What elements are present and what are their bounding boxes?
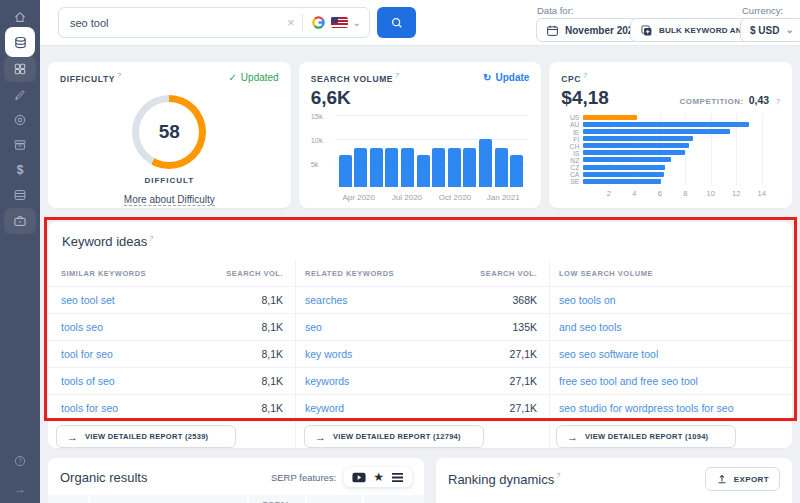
sidebar-item-database[interactable] [0,182,40,208]
search-input[interactable] [59,17,287,29]
volume-bar [385,148,398,187]
cpc-bar [583,115,636,120]
volume-bar [354,148,367,187]
related-keyword-link[interactable]: seo [295,321,465,333]
volume-bar [370,148,383,187]
volume-x-labels: Apr 2020Jul 2020Oct 2020Jan 2021 [335,189,528,202]
low-search-volume-link[interactable]: and seo tools [549,321,792,333]
search-vol-value: 8,1K [208,375,295,387]
similar-keyword-link[interactable]: seo tool set [48,294,208,306]
updated-status: ✓Updated [228,72,278,83]
search-vol-value: 27,1K [465,348,549,360]
sidebar-collapse[interactable]: → [0,476,40,502]
related-keyword-link[interactable]: key words [295,348,465,360]
col-search-vol-2: SEARCH VOL. [465,269,549,278]
calendar-icon [546,24,559,37]
col-search-vol-1: SEARCH VOL. [208,269,295,278]
volume-bar [417,155,430,187]
sidebar-item-target[interactable] [0,107,40,133]
cpc-card: CPC? $4,18 COMPETITION: 0,43 ? USAUIEFIC… [549,62,792,208]
volume-bar [401,148,414,187]
x-axis-label: 12 [732,189,740,198]
export-button[interactable]: EXPORT [705,467,780,491]
more-about-difficulty-link[interactable]: More about Difficulty [124,194,215,206]
volume-bars [335,115,528,187]
volume-bar [463,148,476,187]
refresh-icon: ↻ [483,72,491,83]
similar-keyword-link[interactable]: tools for seo [48,402,208,414]
currency-label: Currency: [742,5,783,16]
low-search-volume-link[interactable]: seo studio for wordpress tools for seo [549,402,792,414]
low-search-volume-link[interactable]: seo seo software tool [549,348,792,360]
ranking-dynamics-card: Ranking dynamics? EXPORT [436,458,792,503]
stack-icon [13,35,28,50]
cpc-row: US [583,115,768,120]
magnifier-icon [390,16,404,30]
cpc-chart: USAUIEFICHISNZCZCASE 2468101214 [583,114,776,198]
table-row: tools of seo8,1Kkeywords27,1Kfree seo to… [48,368,792,395]
difficulty-level-label: DIFFICULT [60,176,279,185]
info-icon: ? [556,472,560,479]
cpc-value: $4,18 [561,87,609,109]
volume-bar [479,139,492,187]
sidebar-item-pricing[interactable]: $ [0,157,40,183]
difficulty-card: DIFFICULTY? ✓Updated 58 DIFFICULT More a… [48,62,291,208]
similar-keyword-link[interactable]: tool for seo [48,348,208,360]
copy-plus-icon [640,24,653,37]
list-icon [391,472,404,483]
related-keyword-link[interactable]: keywords [295,375,465,387]
keyword-table-body: seo tool set8,1Ksearches368Kseo tools on… [48,287,792,422]
chevron-down-icon: ⌄ [785,25,793,35]
sidebar: $ ? → [0,0,40,503]
similar-keyword-link[interactable]: tools seo [48,321,208,333]
x-axis-label: 2 [607,189,611,198]
cpc-bar [583,143,689,148]
low-search-volume-link[interactable]: free seo tool and free seo tool [549,375,792,387]
sidebar-item-edit[interactable] [0,82,40,108]
view-detailed-report-button[interactable]: →VIEW DETAILED REPORT (1094) [556,425,736,448]
sidebar-item-help[interactable]: ? [0,448,40,474]
sidebar-item-keyword-research[interactable] [5,27,35,57]
search-vol-value: 8,1K [208,348,295,360]
serp-features-label: SERP features: [271,472,336,483]
col-low-search-volume: LOW SEARCH VOLUME [549,269,792,278]
search-vol-value: 27,1K [465,402,549,414]
target-icon [13,113,27,127]
search-volume-chart: 15k10k5k Apr 2020Jul 2020Oct 2020Jan 202… [335,110,528,202]
arrow-right-icon: → [67,431,78,443]
info-icon: ? [583,72,588,79]
clear-search-icon[interactable]: × [287,16,295,29]
star-icon: ★ [373,471,384,483]
column-divider [549,260,550,448]
cpc-bar [583,122,749,127]
search-button[interactable] [377,7,416,38]
table-row: tools for seo8,1Kkeyword27,1Kseo studio … [48,395,792,422]
search-vol-value: 8,1K [208,294,295,306]
related-keyword-link[interactable]: keyword [295,402,465,414]
arrow-right-icon: → [315,431,326,443]
difficulty-donut-chart: 58 [132,95,206,169]
low-search-volume-link[interactable]: seo tools on [549,294,792,306]
google-icon [311,15,326,30]
x-axis-label: Jan 2021 [487,193,520,202]
report-buttons-row: →VIEW DETAILED REPORT (2539)→VIEW DETAIL… [48,422,792,448]
serp-features-icons[interactable]: ★ [344,467,412,487]
difficulty-title: DIFFICULTY? [60,72,121,84]
currency-select[interactable]: $ USD ⌄ [740,18,800,42]
search-engine-region-selector[interactable]: ⌄ [311,15,361,30]
related-keyword-link[interactable]: searches [295,294,465,306]
chevron-down-icon: ⌄ [353,18,361,28]
similar-keyword-link[interactable]: tools of seo [48,375,208,387]
cpc-bar [583,179,661,184]
sidebar-item-projects[interactable] [0,208,40,234]
sidebar-item-dashboard[interactable] [0,56,40,82]
search-vol-value: 8,1K [208,321,295,333]
us-flag-icon [331,17,348,28]
view-detailed-report-button[interactable]: →VIEW DETAILED REPORT (2539) [56,425,236,448]
svg-text:?: ? [18,457,22,464]
view-detailed-report-button[interactable]: →VIEW DETAILED REPORT (12794) [304,425,484,448]
update-button[interactable]: ↻Update [483,72,529,83]
volume-bar [448,148,461,187]
x-axis-label: 10 [707,189,715,198]
sidebar-item-archive[interactable] [0,132,40,158]
